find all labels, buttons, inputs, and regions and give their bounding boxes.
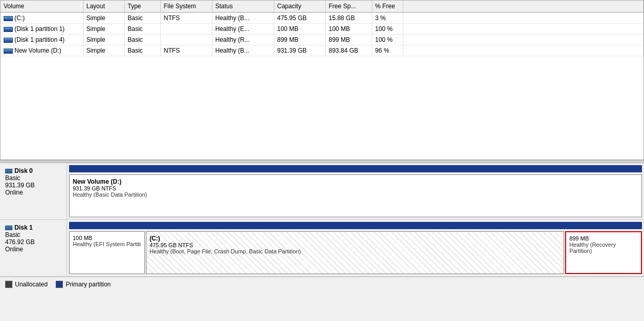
cell-volume: (C:): [1, 12, 83, 24]
disk-content-disk0: New Volume (D:)931.39 GB NTFSHealthy (Ba…: [67, 163, 644, 219]
cell-volume: New Volume (D:): [1, 45, 83, 56]
col-header-layout[interactable]: Layout: [83, 1, 124, 12]
partition-size-disk1-p1: 100 MB: [73, 235, 141, 241]
cell-free: 100 MB: [325, 24, 372, 35]
col-header-volume[interactable]: Volume: [1, 1, 83, 12]
cell-type: Basic: [124, 24, 160, 35]
disk-status-disk0: Online: [5, 189, 61, 196]
disk-size-disk0: 931.39 GB: [5, 182, 61, 189]
disk-name-disk0: Disk 0: [5, 167, 61, 174]
disk-type-disk1: Basic: [5, 231, 61, 238]
col-header-type[interactable]: Type: [124, 1, 160, 12]
cell-free: 899 MB: [325, 35, 372, 45]
cell-extra: [403, 45, 643, 56]
cell-filesystem: [160, 35, 212, 45]
col-header-extra: [403, 1, 643, 12]
disk-icon-disk0: [5, 169, 12, 173]
partition-status-disk0-p1: Healthy (Basic Data Partition): [73, 191, 638, 198]
volume-name: New Volume (D:): [14, 47, 61, 54]
disk-row-disk1: Disk 1Basic476.92 GBOnline100 MBHealthy …: [0, 220, 644, 277]
disk-name-disk1: Disk 1: [5, 224, 61, 231]
partition-disk1-p1[interactable]: 100 MBHealthy (EFI System Partiti: [69, 231, 145, 274]
volume-icon: [4, 49, 13, 54]
cell-type: Basic: [124, 45, 160, 56]
partition-name-disk1-p2: (C:): [150, 235, 560, 242]
disk-icon-disk1: [5, 226, 12, 230]
cell-pct: 100 %: [372, 24, 403, 35]
disk-header-bar-disk1: [69, 222, 642, 229]
legend-primary-label: Primary partition: [65, 281, 110, 288]
cell-extra: [403, 24, 643, 35]
legend-primary: Primary partition: [56, 281, 110, 288]
table-row[interactable]: (Disk 1 partition 4)SimpleBasicHealthy (…: [1, 35, 643, 45]
cell-free: 15.88 GB: [325, 12, 372, 24]
volume-name: (Disk 1 partition 4): [14, 36, 64, 43]
legend-box-primary: [56, 281, 63, 288]
cell-free: 893.84 GB: [325, 45, 372, 56]
cell-volume: (Disk 1 partition 1): [1, 24, 83, 35]
disk-title-disk0: Disk 0: [14, 167, 32, 174]
table-row[interactable]: New Volume (D:)SimpleBasicNTFSHealthy (B…: [1, 45, 643, 56]
partition-size-disk0-p1: 931.39 GB NTFS: [73, 185, 638, 191]
cell-capacity: 475.95 GB: [274, 12, 325, 24]
legend-box-unallocated: [5, 281, 12, 288]
cell-filesystem: NTFS: [160, 45, 212, 56]
partition-disk1-p2[interactable]: (C:)475.95 GB NTFSHealthy (Boot, Page Fi…: [146, 231, 564, 274]
cell-layout: Simple: [83, 45, 124, 56]
cell-pct: 100 %: [372, 35, 403, 45]
col-header-capacity[interactable]: Capacity: [274, 1, 325, 12]
volume-name: (Disk 1 partition 1): [14, 25, 64, 33]
legend-area: Unallocated Primary partition: [0, 277, 644, 291]
disk-volume-table: Volume Layout Type File System Status Ca…: [1, 1, 643, 56]
cell-status: Healthy (B...: [212, 12, 274, 24]
partition-disk0-p1[interactable]: New Volume (D:)931.39 GB NTFSHealthy (Ba…: [69, 174, 642, 217]
disk-type-disk0: Basic: [5, 174, 61, 182]
cell-layout: Simple: [83, 35, 124, 45]
partition-name-disk0-p1: New Volume (D:): [73, 178, 638, 185]
partition-disk1-p3[interactable]: 899 MBHealthy (Recovery Partition): [565, 231, 642, 274]
cell-capacity: 100 MB: [274, 24, 325, 35]
cell-pct: 3 %: [372, 12, 403, 24]
disk-map-area: Disk 0Basic931.39 GBOnlineNew Volume (D:…: [0, 163, 644, 321]
disk-content-disk1: 100 MBHealthy (EFI System Partiti(C:)475…: [67, 220, 644, 276]
cell-layout: Simple: [83, 24, 124, 35]
cell-volume: (Disk 1 partition 4): [1, 35, 83, 45]
legend-unallocated: Unallocated: [5, 281, 47, 288]
partition-status-disk1-p1: Healthy (EFI System Partiti: [73, 241, 141, 247]
partition-status-disk1-p2: Healthy (Boot, Page File, Crash Dump, Ba…: [150, 248, 560, 254]
disk-status-disk1: Online: [5, 246, 61, 253]
disk-row-disk0: Disk 0Basic931.39 GBOnlineNew Volume (D:…: [0, 163, 644, 220]
disk-volume-table-container: Volume Layout Type File System Status Ca…: [0, 0, 644, 160]
col-header-pct[interactable]: % Free: [372, 1, 403, 12]
disk-partitions-disk1: 100 MBHealthy (EFI System Partiti(C:)475…: [69, 231, 642, 274]
volume-icon: [4, 16, 13, 21]
cell-extra: [403, 12, 643, 24]
cell-filesystem: [160, 24, 212, 35]
col-header-free[interactable]: Free Sp...: [325, 1, 372, 12]
cell-status: Healthy (B...: [212, 45, 274, 56]
partition-status-disk1-p3: Healthy (Recovery Partition): [569, 242, 638, 254]
cell-extra: [403, 35, 643, 45]
cell-filesystem: NTFS: [160, 12, 212, 24]
col-header-filesystem[interactable]: File System: [160, 1, 212, 12]
table-row[interactable]: (Disk 1 partition 1)SimpleBasicHealthy (…: [1, 24, 643, 35]
cell-capacity: 899 MB: [274, 35, 325, 45]
disk-size-disk1: 476.92 GB: [5, 238, 61, 246]
disk-label-disk1: Disk 1Basic476.92 GBOnline: [0, 220, 67, 276]
partition-size-disk1-p3: 899 MB: [569, 235, 638, 242]
disk-label-disk0: Disk 0Basic931.39 GBOnline: [0, 163, 67, 219]
volume-icon: [4, 27, 13, 32]
cell-pct: 96 %: [372, 45, 403, 56]
table-row[interactable]: (C:)SimpleBasicNTFSHealthy (B...475.95 G…: [1, 12, 643, 24]
legend-unallocated-label: Unallocated: [15, 281, 47, 288]
cell-status: Healthy (E...: [212, 24, 274, 35]
disk-title-disk1: Disk 1: [14, 224, 32, 231]
disk-header-bar-disk0: [69, 165, 642, 172]
disk-partitions-disk0: New Volume (D:)931.39 GB NTFSHealthy (Ba…: [69, 174, 642, 217]
volume-icon: [4, 38, 13, 43]
table-header-row: Volume Layout Type File System Status Ca…: [1, 1, 643, 12]
col-header-status[interactable]: Status: [212, 1, 274, 12]
cell-capacity: 931.39 GB: [274, 45, 325, 56]
cell-layout: Simple: [83, 12, 124, 24]
cell-type: Basic: [124, 12, 160, 24]
